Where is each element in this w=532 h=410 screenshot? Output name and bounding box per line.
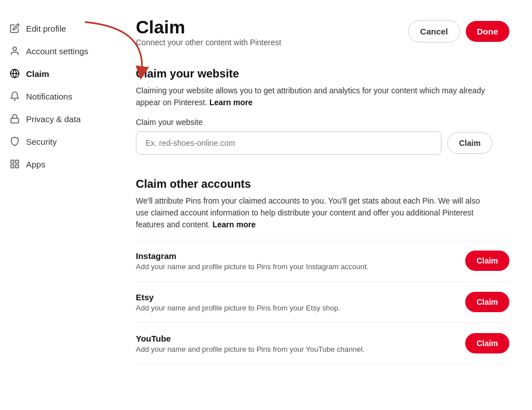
- sidebar-item-apps[interactable]: Apps: [0, 153, 119, 175]
- sidebar-item-label: Claim: [26, 69, 49, 79]
- sidebar-item-notifications[interactable]: Notifications: [0, 85, 119, 107]
- cancel-button[interactable]: Cancel: [408, 20, 460, 42]
- sidebar: Edit profile Account settings Claim: [0, 11, 119, 409]
- done-button[interactable]: Done: [466, 21, 510, 42]
- claim-website-title: Claim your website: [136, 67, 509, 80]
- svg-rect-5: [16, 160, 19, 163]
- claim-website-learn-more[interactable]: Learn more: [209, 98, 252, 107]
- page-subtitle: Connect your other content with Pinteres…: [136, 38, 281, 47]
- sidebar-item-claim[interactable]: Claim: [0, 62, 119, 85]
- claim-website-input[interactable]: [136, 131, 441, 155]
- account-claim-button[interactable]: Claim: [465, 292, 509, 312]
- claim-website-button[interactable]: Claim: [447, 132, 492, 154]
- sidebar-item-label: Security: [26, 137, 57, 146]
- sidebar-item-label: Privacy & data: [26, 114, 81, 124]
- claim-accounts-description: We'll attribute Pins from your claimed a…: [136, 195, 487, 231]
- claim-icon: [9, 68, 20, 79]
- account-info: Etsy Add your name and profile picture t…: [136, 292, 340, 312]
- page-header: Claim Connect your other content with Pi…: [136, 17, 509, 64]
- svg-point-0: [13, 47, 16, 50]
- sidebar-item-edit-profile[interactable]: Edit profile: [0, 17, 119, 40]
- security-icon: [9, 136, 20, 147]
- account-description: Add your name and profile picture to Pin…: [136, 304, 340, 312]
- account-row: Etsy Add your name and profile picture t…: [136, 281, 509, 322]
- account-name: YouTube: [136, 334, 364, 343]
- sidebar-item-account-settings[interactable]: Account settings: [0, 40, 119, 62]
- account-description: Add your name and profile picture to Pin…: [136, 345, 364, 353]
- sidebar-item-label: Notifications: [26, 92, 72, 101]
- account-claim-button[interactable]: Claim: [465, 251, 509, 271]
- account-row: YouTube Add your name and profile pictur…: [136, 322, 509, 364]
- sidebar-item-label: Account settings: [26, 46, 88, 56]
- account-claim-button[interactable]: Claim: [465, 333, 509, 353]
- claim-accounts-learn-more[interactable]: Learn more: [212, 220, 255, 229]
- claim-website-description: Claiming your website allows you to get …: [136, 85, 487, 109]
- account-row: Instagram Add your name and profile pict…: [136, 240, 509, 281]
- edit-profile-icon: [9, 23, 20, 34]
- account-settings-icon: [9, 45, 20, 57]
- sidebar-item-privacy-data[interactable]: Privacy & data: [0, 107, 119, 130]
- sidebar-item-security[interactable]: Security: [0, 130, 119, 153]
- claim-website-field-label: Claim your website: [136, 118, 509, 127]
- account-info: YouTube Add your name and profile pictur…: [136, 334, 364, 353]
- claim-website-section: Claim your website Claiming your website…: [136, 67, 509, 155]
- account-name: Etsy: [136, 292, 340, 302]
- header-actions: Cancel Done: [408, 20, 509, 42]
- account-description: Add your name and profile picture to Pin…: [136, 262, 368, 271]
- main-content: Claim Connect your other content with Pi…: [119, 11, 532, 409]
- sidebar-item-label: Apps: [26, 159, 45, 169]
- svg-rect-7: [11, 165, 14, 168]
- privacy-data-icon: [9, 113, 20, 124]
- account-info: Instagram Add your name and profile pict…: [136, 251, 368, 271]
- apps-icon: [9, 158, 20, 170]
- account-name: Instagram: [136, 251, 368, 261]
- page-title: Claim: [136, 17, 281, 38]
- svg-rect-6: [16, 165, 19, 168]
- svg-rect-4: [11, 160, 14, 163]
- svg-rect-3: [11, 118, 19, 123]
- sidebar-item-label: Edit profile: [26, 24, 66, 33]
- claim-accounts-section: Claim other accounts We'll attribute Pin…: [136, 178, 509, 364]
- claim-accounts-title: Claim other accounts: [136, 178, 509, 191]
- notifications-icon: [9, 90, 20, 102]
- claim-website-input-row: Claim: [136, 131, 509, 155]
- accounts-list: Instagram Add your name and profile pict…: [136, 240, 509, 364]
